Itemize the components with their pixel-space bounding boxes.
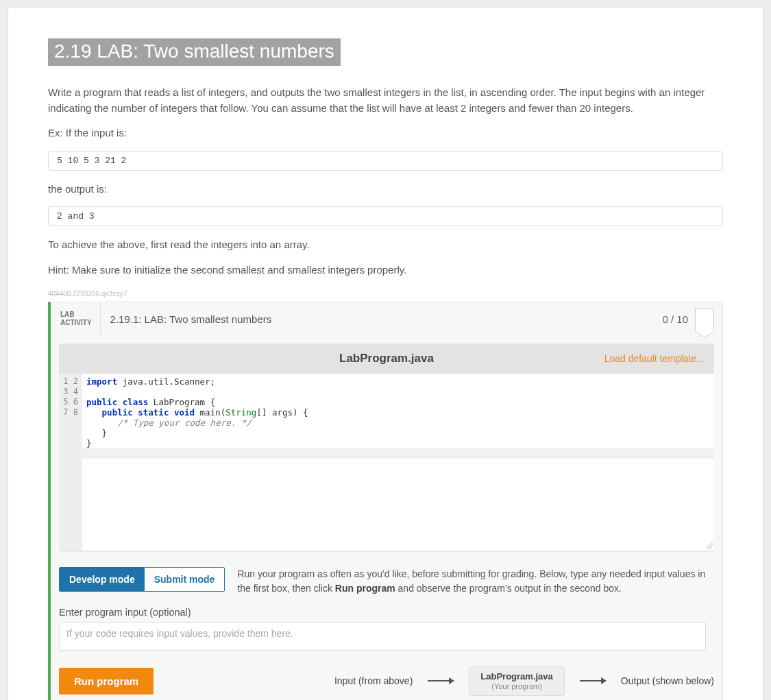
develop-mode-button[interactable]: Develop mode	[60, 568, 145, 591]
example-input-label: Ex: If the input is:	[48, 125, 723, 141]
lab-activity-tag: LAB ACTIVITY	[51, 302, 101, 335]
flow-program-box: LabProgram.java (Your program)	[469, 666, 565, 696]
editor-filename: LabProgram.java	[339, 352, 434, 365]
load-default-template-link[interactable]: Load default template...	[604, 353, 705, 364]
run-flow-row: Run program Input (from above) LabProgra…	[51, 653, 722, 700]
code-area[interactable]: import java.util.Scanner; public class L…	[82, 374, 714, 551]
code-editor[interactable]: 1 2 3 4 5 6 7 8 import java.util.Scanner…	[59, 374, 714, 552]
mode-toggle: Develop mode Submit mode	[59, 567, 225, 592]
example-input-code: 5 10 5 3 21 2	[48, 151, 723, 171]
lab-activity-name: 2.19.1: LAB: Two smallest numbers	[101, 302, 663, 335]
editor-file-header: LabProgram.java Load default template...	[59, 343, 714, 374]
line-number-gutter: 1 2 3 4 5 6 7 8	[59, 374, 82, 551]
run-program-button[interactable]: Run program	[59, 668, 154, 695]
tracking-id: 404400.2293206.qx3zqy7	[48, 290, 723, 298]
arrow-icon	[428, 680, 454, 681]
resize-handle-icon[interactable]	[706, 542, 713, 549]
bookmark-icon[interactable]	[695, 308, 714, 330]
content-card: 2.19 LAB: Two smallest numbers Write a p…	[8, 8, 763, 700]
program-input-field[interactable]	[59, 622, 706, 651]
lab-score-wrap: 0 / 10	[662, 302, 722, 335]
description-text: Write a program that reads a list of int…	[48, 85, 723, 116]
cursor-line-highlight	[78, 448, 714, 459]
example-output-label: the output is:	[48, 182, 723, 197]
lab-activity-block: LAB ACTIVITY 2.19.1: LAB: Two smallest n…	[48, 302, 723, 700]
flow-output-label: Output (shown below)	[621, 675, 714, 686]
example-output-code: 2 and 3	[48, 206, 723, 226]
lab-title: 2.19 LAB: Two smallest numbers	[48, 38, 341, 66]
lab-score: 0 / 10	[662, 313, 688, 325]
arrow-icon	[580, 680, 606, 681]
hint-text: Hint: Make sure to initialize the second…	[48, 263, 723, 278]
flow-input-label: Input (from above)	[334, 675, 413, 686]
lab-activity-header: LAB ACTIVITY 2.19.1: LAB: Two smallest n…	[51, 302, 722, 335]
submit-mode-button[interactable]: Submit mode	[145, 568, 225, 591]
approach-text: To achieve the above, first read the int…	[48, 237, 723, 253]
program-input-label: Enter program input (optional)	[51, 603, 722, 622]
run-description: Run your program as often as you'd like,…	[237, 567, 714, 596]
